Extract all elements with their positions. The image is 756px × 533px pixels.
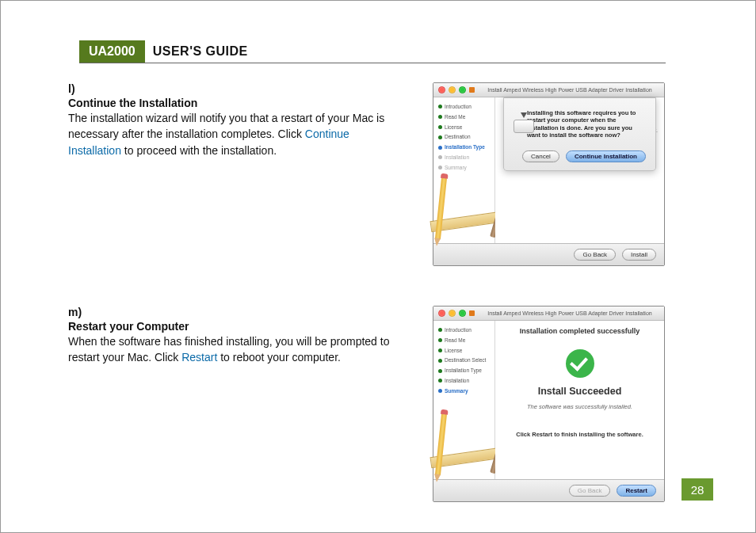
section-l-post: to proceed with the installation.	[121, 144, 277, 157]
sidebar-step-current: Summary	[438, 388, 491, 394]
window-title: Install Amped Wireless High Power USB Ad…	[480, 87, 659, 93]
success-subtext: The software was successfully installed.	[495, 403, 664, 410]
sidebar-step: Read Me	[438, 337, 491, 344]
product-badge: UA2000	[79, 40, 145, 63]
section-m-row: m) Restart your Computer When the softwa…	[68, 306, 704, 502]
window-title: Install Amped Wireless High Power USB Ad…	[480, 310, 659, 316]
sidebar-step: Installation Type	[438, 367, 491, 374]
installer-icon	[469, 310, 475, 316]
sidebar-step: Installation	[438, 378, 491, 384]
guide-title: USER'S GUIDE	[145, 40, 256, 63]
list-label-l: l)	[68, 82, 92, 95]
page: UA2000 USER'S GUIDE l) Continue the Inst…	[1, 1, 755, 532]
success-hint: Click Restart to finish installing the s…	[495, 431, 664, 438]
success-title: Installation completed successfully	[495, 327, 664, 335]
section-l-heading: Continue the Installation	[68, 97, 401, 109]
sidebar-step: License	[438, 348, 491, 354]
section-l-body: The installation wizard will notify you …	[68, 110, 401, 158]
screenshot-continue-install: Install Amped Wireless High Power USB Ad…	[433, 82, 665, 266]
screenshot-install-succeeded: Install Amped Wireless High Power USB Ad…	[433, 306, 665, 502]
section-m-link: Restart	[181, 351, 217, 364]
zoom-icon[interactable]	[459, 310, 466, 317]
installer-sidebar: Introduction Read Me License Destination…	[433, 321, 495, 479]
success-heading: Install Succeeded	[495, 386, 664, 397]
minimize-icon[interactable]	[449, 310, 456, 317]
installer-bottom-bar: Go Back Restart	[433, 479, 664, 501]
close-icon[interactable]	[438, 310, 445, 317]
install-package-icon	[514, 109, 521, 133]
cancel-button[interactable]: Cancel	[522, 150, 559, 162]
sidebar-step: Summary	[438, 165, 491, 171]
installer-bottom-bar: Go Back Install	[433, 243, 664, 265]
section-m-heading: Restart your Computer	[68, 320, 401, 333]
sidebar-step: Read Me	[438, 114, 491, 120]
sidebar-step: Destination	[438, 134, 491, 140]
sidebar-step: Introduction	[438, 104, 491, 110]
window-titlebar: Install Amped Wireless High Power USB Ad…	[433, 306, 664, 321]
sidebar-step-current: Installation Type	[438, 144, 491, 150]
dialog-message: Installing this software requires you to…	[527, 109, 646, 139]
installer-main-pane: er. Installing this software requires yo…	[495, 97, 664, 243]
close-icon[interactable]	[438, 86, 445, 93]
go-back-button: Go Back	[569, 485, 611, 497]
section-m-post: to reboot your computer.	[217, 351, 341, 364]
install-button[interactable]: Install	[622, 249, 656, 261]
checkmark-icon	[566, 349, 594, 378]
section-l-row: l) Continue the Installation The install…	[68, 82, 704, 266]
list-label-m: m)	[68, 306, 92, 318]
section-l-text: l) Continue the Installation The install…	[68, 82, 433, 158]
restart-button[interactable]: Restart	[617, 485, 656, 497]
header-bar: UA2000 USER'S GUIDE	[79, 40, 666, 63]
window-titlebar: Install Amped Wireless High Power USB Ad…	[433, 83, 664, 97]
sidebar-step: License	[438, 124, 491, 131]
sidebar-step: Installation	[438, 154, 491, 161]
sidebar-step: Introduction	[438, 327, 491, 333]
restart-required-dialog: Installing this software requires you to…	[503, 97, 656, 171]
section-m-text: m) Restart your Computer When the softwa…	[68, 306, 433, 366]
section-m-body: When the software has finished installin…	[68, 333, 401, 366]
minimize-icon[interactable]	[449, 86, 456, 93]
sidebar-step: Destination Select	[438, 357, 491, 364]
go-back-button[interactable]: Go Back	[574, 249, 616, 261]
continue-installation-button[interactable]: Continue Installation	[566, 150, 646, 162]
installer-main-pane: Installation completed successfully Inst…	[495, 321, 664, 479]
page-number: 28	[682, 478, 713, 501]
zoom-icon[interactable]	[459, 86, 466, 93]
installer-icon	[469, 87, 475, 93]
installer-sidebar: Introduction Read Me License Destination…	[433, 97, 495, 243]
